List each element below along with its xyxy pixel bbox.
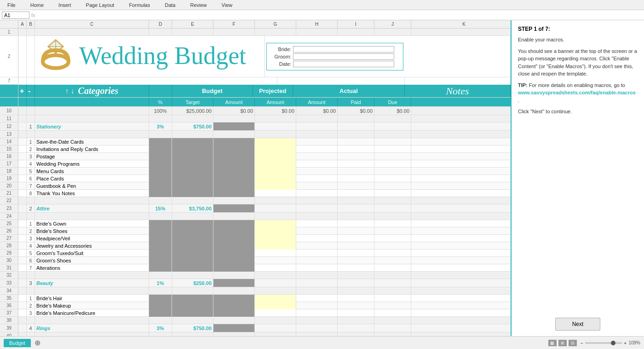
cell-11j	[374, 115, 411, 122]
panel-step-title: STEP 1 of 7:	[518, 26, 638, 32]
total-budget-amt: $0.00	[213, 107, 255, 115]
ribbon-tab-home[interactable]: Home	[27, 1, 47, 9]
c19k	[411, 175, 511, 182]
col-header-h[interactable]: H	[296, 20, 338, 28]
rn18: 18	[0, 168, 18, 174]
col-header-a[interactable]: A	[18, 20, 27, 28]
col-header-b[interactable]: B	[27, 20, 35, 28]
zoom-in-button[interactable]: +	[624, 340, 627, 346]
formula-input[interactable]	[37, 12, 642, 18]
c26a	[18, 227, 27, 235]
svg-point-0	[43, 55, 69, 68]
c31j	[374, 264, 411, 272]
c32b	[27, 272, 35, 279]
cell-1g	[255, 29, 296, 36]
info-box-cell: Bride: Groom: Date:	[265, 36, 405, 77]
c37f	[213, 309, 255, 317]
c21d	[149, 190, 172, 197]
c32e	[172, 272, 213, 279]
c26k	[411, 227, 511, 235]
cat1-proj	[255, 122, 296, 130]
c13d	[149, 131, 172, 138]
c36f	[213, 302, 255, 309]
ribbon-tab-file[interactable]: File	[4, 1, 19, 9]
col-header-f[interactable]: F	[213, 20, 255, 28]
cat2-num: 2	[27, 204, 35, 212]
plus-icon[interactable]: +	[20, 87, 24, 95]
row-num-10: 10	[0, 107, 18, 115]
c22d	[149, 197, 172, 204]
title-merged-cell: Wedding Budget	[35, 36, 265, 77]
ribbon-tab-formulas[interactable]: Formulas	[125, 1, 154, 9]
item-stationery-3: Postage	[35, 153, 149, 160]
c19g	[255, 175, 296, 182]
zoom-slider[interactable]	[585, 342, 622, 344]
item-stationery-1: Save-the-Date Cards	[35, 138, 149, 145]
c36e	[172, 302, 213, 309]
c23h	[296, 204, 338, 212]
sheet-tabs: Budget ⊕	[4, 338, 42, 347]
c34b	[27, 287, 35, 295]
budget-tab[interactable]: Budget	[4, 339, 31, 347]
c25b: 1	[27, 220, 35, 227]
col-header-i[interactable]: I	[338, 20, 374, 28]
minus-icon[interactable]: -	[28, 87, 30, 95]
col-header-d[interactable]: D	[149, 20, 172, 28]
add-sheet-button[interactable]: ⊕	[33, 338, 42, 347]
right-panel: STEP 1 of 7: Enable your macros. You sho…	[511, 20, 644, 336]
c24a	[18, 213, 27, 220]
c22g	[255, 197, 296, 204]
row-beauty-2: 36 2 Bride's Makeup	[0, 302, 511, 309]
col-header-j[interactable]: J	[374, 20, 411, 28]
row-num-11: 11	[0, 115, 18, 122]
ribbon-tab-pagelayout[interactable]: Page Layout	[82, 1, 118, 9]
ribbon-tab-data[interactable]: Data	[161, 1, 179, 9]
name-box[interactable]	[2, 12, 29, 19]
cell-8b: -	[27, 85, 35, 97]
c22k	[411, 197, 511, 204]
col-header-e[interactable]: E	[172, 20, 213, 28]
c31i	[338, 264, 374, 272]
c34g	[255, 287, 296, 295]
c35k	[411, 295, 511, 302]
row-1: 1	[0, 29, 511, 36]
col-header-g[interactable]: G	[255, 20, 296, 28]
target-header: Target	[172, 98, 213, 106]
panel-para3: Click "Next" to continue.	[518, 108, 638, 116]
groom-input[interactable]	[293, 53, 394, 60]
col-header-k[interactable]: K	[411, 20, 511, 28]
c16a	[18, 153, 27, 160]
ribbon-tab-insert[interactable]: Insert	[55, 1, 75, 9]
up-arrow[interactable]: ↑	[65, 87, 69, 95]
c22f	[213, 197, 255, 204]
bride-input[interactable]	[293, 46, 394, 52]
c15i	[338, 145, 374, 153]
normal-view-icon[interactable]: ▦	[548, 340, 557, 346]
c26g	[255, 227, 296, 235]
c18b: 5	[27, 168, 35, 175]
zoom-out-button[interactable]: −	[581, 340, 583, 346]
page-break-view-icon[interactable]: ⊟	[569, 340, 577, 346]
c15g	[255, 145, 296, 153]
row-num-8	[0, 85, 18, 97]
down-arrow[interactable]: ↓	[71, 87, 75, 95]
c14d	[149, 138, 172, 145]
c25d	[149, 220, 172, 227]
date-input[interactable]	[293, 61, 394, 67]
categories-header: ↑ ↓ Categories	[35, 85, 149, 97]
next-button[interactable]: Next	[555, 318, 601, 331]
c38d	[149, 317, 172, 324]
item-attire-3: Headpiece/Veil	[35, 235, 149, 242]
c36h	[296, 302, 338, 309]
row-32: 32	[0, 272, 511, 279]
c17g	[255, 160, 296, 168]
page-layout-view-icon[interactable]: ⊞	[558, 340, 567, 346]
rn16: 16	[0, 153, 18, 160]
c16f	[213, 153, 255, 160]
ribbon-tab-review[interactable]: Review	[186, 1, 210, 9]
col-header-c[interactable]: C	[35, 20, 149, 28]
bottom-bar: Budget ⊕ ▦ ⊞ ⊟ − + 109%	[0, 336, 644, 349]
rn25: 25	[0, 220, 18, 227]
c29f	[213, 250, 255, 257]
ribbon-tab-view[interactable]: View	[218, 1, 236, 9]
